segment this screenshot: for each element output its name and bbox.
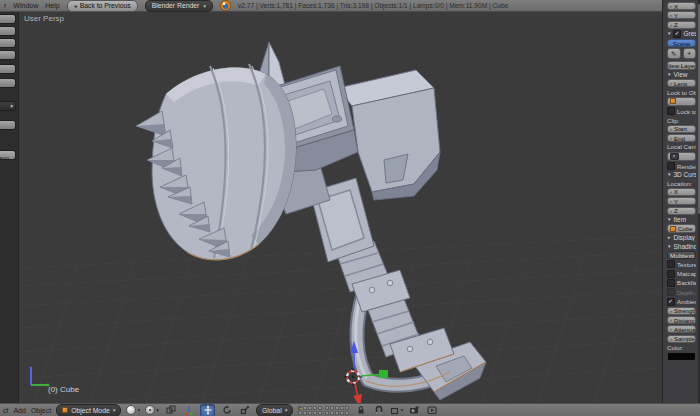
menu-add[interactable]: Add xyxy=(13,407,25,414)
panel-gp-draw-tools[interactable]: ✎+ xyxy=(667,48,696,59)
panel-cursor-header[interactable]: ▼3D Cursor xyxy=(667,171,696,178)
panel-ao-color-label: Color: xyxy=(667,344,696,351)
panel-cursor-y[interactable]: ‹Y xyxy=(667,197,696,205)
render-camera-icon xyxy=(409,405,420,415)
render-engine-dropdown[interactable]: Blender Render xyxy=(145,0,213,12)
pivot-point-icon xyxy=(145,405,155,415)
pencil-icon-button[interactable]: ✎ xyxy=(667,48,681,59)
panel-clip-start[interactable]: ‹Start xyxy=(667,125,696,133)
manipulate-centers-button[interactable] xyxy=(164,405,177,416)
panel-ao-attenuation[interactable]: ‹Attenuation xyxy=(667,325,696,333)
manipulator-rotate-button[interactable] xyxy=(220,405,233,416)
shelf-layout-button[interactable]: e Layo xyxy=(0,150,16,160)
manipulate-centers-icon xyxy=(166,405,176,415)
panel-ao-samples[interactable]: ‹Samples xyxy=(667,335,696,343)
manipulator-x-arrow[interactable] xyxy=(353,394,362,403)
shelf-button-stub[interactable] xyxy=(0,26,16,36)
scene-lock-button[interactable] xyxy=(354,405,367,416)
panel-lock-3d-cursor[interactable]: Lock to 3D Cursor xyxy=(667,107,696,115)
weapon-model[interactable] xyxy=(136,42,486,400)
panel-shading-mode[interactable]: Multitexture xyxy=(667,251,696,259)
scene-statistics: v2.77 | Verts:1,781 | Faces:1,736 | Tris… xyxy=(238,2,508,9)
panel-gp-new-layer[interactable]: New Layer xyxy=(667,61,696,70)
orientation-dropdown[interactable]: Global xyxy=(256,404,293,416)
back-icon: ◂ xyxy=(74,2,77,9)
3d-viewport[interactable]: User Persp (0) Cube xyxy=(19,12,662,403)
snap-element-dropdown[interactable] xyxy=(390,406,403,415)
object-mode-icon xyxy=(62,407,68,413)
panel-lock-to-object-label: Lock to Object: xyxy=(667,89,696,96)
layer-grid-2[interactable] xyxy=(325,406,349,415)
left-tool-shelf: ▾ e Layo xyxy=(0,12,19,403)
panel-cursor-z[interactable]: ‹Z xyxy=(667,207,696,215)
translate-icon xyxy=(203,405,213,415)
panel-depth-of-field[interactable]: Depth of Field xyxy=(667,288,696,296)
shelf-button-stub[interactable] xyxy=(0,120,16,130)
menu-select-truncated[interactable]: ct xyxy=(3,407,8,414)
panel-ao-strength[interactable]: ‹Strength xyxy=(667,307,696,315)
panel-render-border[interactable]: Render Border xyxy=(667,162,696,170)
pivot-point-dropdown[interactable] xyxy=(145,405,159,415)
plus-icon-button[interactable]: + xyxy=(683,48,697,59)
render-animation-button[interactable] xyxy=(426,405,439,416)
panel-item-header[interactable]: ▼Item xyxy=(667,216,696,223)
panel-shading-header[interactable]: ▼Shading xyxy=(667,243,696,250)
properties-n-panel: ‹X‹Y‹Z▼Grease PencilScene✎+New Layer▼Vie… xyxy=(662,0,700,403)
menu-help[interactable]: Help xyxy=(45,2,59,9)
menu-truncated[interactable]: r xyxy=(4,2,6,9)
layer-selector[interactable] xyxy=(298,406,349,415)
panel-textured-solid[interactable]: Textured Solid xyxy=(667,260,696,268)
shelf-button-stub[interactable] xyxy=(0,64,16,74)
render-animation-icon xyxy=(427,405,438,415)
cube-icon xyxy=(670,98,676,104)
panel-ao-distance[interactable]: ‹Distance xyxy=(667,316,696,324)
panel-grease-pencil-header[interactable]: ▼Grease Pencil xyxy=(667,30,696,38)
panel-view-header[interactable]: ▼View xyxy=(667,71,696,78)
panel-ao-color-swatch[interactable] xyxy=(667,352,696,361)
shelf-button-stub[interactable] xyxy=(0,50,16,60)
panel-lock-to-object-field[interactable] xyxy=(667,97,696,106)
shelf-button-stub[interactable] xyxy=(0,14,16,24)
panel-transform-z[interactable]: ‹Z xyxy=(667,21,696,29)
menu-object[interactable]: Object xyxy=(31,407,51,414)
manipulator-axis-icon xyxy=(184,405,194,415)
panel-clip-end[interactable]: ‹End xyxy=(667,134,696,142)
snap-magnet-icon xyxy=(374,405,384,415)
panel-backface-culling[interactable]: Backface Culling xyxy=(667,279,696,287)
manipulator-translate-button[interactable] xyxy=(200,404,215,416)
lock-icon xyxy=(356,405,366,415)
panel-ambient-occlusion[interactable]: Ambient Occlusion xyxy=(667,298,696,306)
viewport-header-toolbar: ct Add Object Object Mode xyxy=(0,403,700,416)
panel-gp-data-source-scene[interactable]: Scene xyxy=(667,39,696,47)
manipulator-toggle-button[interactable] xyxy=(182,405,195,416)
panel-item-name-field[interactable]: Cube xyxy=(667,224,696,233)
info-header: r Window Help ◂ Back to Previous Blender… xyxy=(0,0,662,12)
layer-grid-1[interactable] xyxy=(298,406,322,415)
viewport-shading-dropdown[interactable] xyxy=(126,405,140,415)
manipulator-scale-button[interactable] xyxy=(238,405,251,416)
panel-display-header[interactable]: ►Display xyxy=(667,234,696,241)
panel-local-camera-field[interactable] xyxy=(667,152,696,161)
shelf-button-stub[interactable] xyxy=(0,38,16,48)
right-panel-rows: ‹X‹Y‹Z▼Grease PencilScene✎+New Layer▼Vie… xyxy=(667,2,696,361)
panel-cursor-location-label: Location: xyxy=(667,180,696,187)
panel-matcap[interactable]: Matcap xyxy=(667,270,696,278)
manipulator-y-arrow[interactable] xyxy=(379,370,388,378)
3d-viewport-canvas[interactable] xyxy=(19,12,662,403)
shelf-dropdown-stub[interactable]: ▾ xyxy=(0,101,16,111)
mode-dropdown[interactable]: Object Mode xyxy=(56,404,121,416)
snap-element-icon xyxy=(390,406,399,415)
snap-toggle-button[interactable] xyxy=(372,405,385,416)
panel-cursor-x[interactable]: ‹X xyxy=(667,188,696,196)
panel-clip-label: Clip: xyxy=(667,117,696,124)
panel-view-lens[interactable]: ‹Lens xyxy=(667,79,696,87)
view-name-label: User Persp xyxy=(24,14,64,23)
back-to-previous-button[interactable]: ◂ Back to Previous xyxy=(67,0,138,12)
shelf-button-stub[interactable] xyxy=(0,78,16,88)
menu-window[interactable]: Window xyxy=(13,2,38,9)
viewport-shading-icon xyxy=(126,405,136,415)
panel-transform-y[interactable]: ‹Y xyxy=(667,11,696,19)
panel-transform-x[interactable]: ‹X xyxy=(667,2,696,10)
render-opengl-button[interactable] xyxy=(408,405,421,416)
panel-local-camera-label: Local Camera: xyxy=(667,143,696,150)
